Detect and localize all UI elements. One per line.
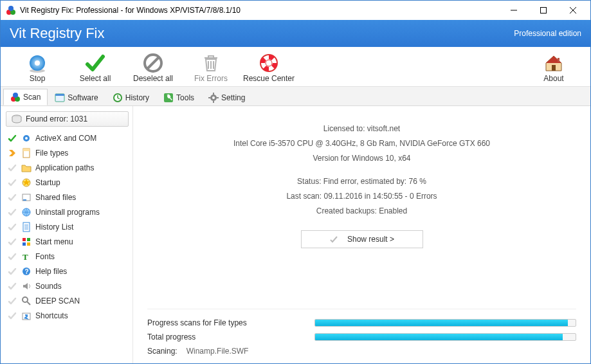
sidebar-item-help-files[interactable]: ?Help files <box>6 264 129 278</box>
svg-rect-22 <box>213 101 214 103</box>
sidebar-item-label: Sounds <box>35 282 62 291</box>
rescue-center-button[interactable]: Rescue Center <box>240 51 298 85</box>
sidebar-item-startup[interactable]: Startup <box>6 175 129 190</box>
sidebar-item-label: Fonts <box>35 252 55 261</box>
minimize-button[interactable] <box>499 1 529 20</box>
content-area: Licensed to: vitsoft.net Intel Core i5-3… <box>133 106 590 363</box>
show-result-label: Show result > <box>347 235 394 244</box>
shared-icon <box>21 192 32 203</box>
pending-state-icon <box>7 281 17 291</box>
history-icon <box>113 93 123 103</box>
tab-label: Tools <box>176 93 194 102</box>
done-state-icon <box>7 133 17 143</box>
historylist-icon <box>21 222 32 232</box>
sidebar-item-label: Start menu <box>35 237 73 246</box>
scanning-file: Winamp.File.SWF <box>186 347 249 356</box>
app-title: Vit Registry Fix <box>10 25 105 42</box>
folder-icon <box>21 163 32 173</box>
sidebar-item-deep-scan[interactable]: DEEP SCAN <box>6 293 129 308</box>
tab-setting[interactable]: Setting <box>201 89 252 105</box>
sidebar-item-fonts[interactable]: TFonts <box>6 249 129 264</box>
svg-rect-36 <box>23 242 26 246</box>
filetype-icon <box>21 148 32 158</box>
sidebar-item-shared-files[interactable]: Shared files <box>6 190 129 205</box>
progress-filetypes-label: Progress scans for File types <box>147 318 308 327</box>
checkmark-icon <box>85 53 105 73</box>
pending-state-icon <box>7 251 17 262</box>
shortcuts-icon <box>21 311 32 321</box>
progress-total-label: Total progress <box>147 332 308 341</box>
gear-icon <box>21 133 32 143</box>
found-error-label: Found error: 1031 <box>26 114 87 123</box>
sidebar-item-application-paths[interactable]: Application paths <box>6 160 129 175</box>
pending-state-icon <box>7 222 17 232</box>
progress-area: Progress scans for File types Total prog… <box>147 309 576 358</box>
sidebar-item-label: ActiveX and COM <box>35 134 96 143</box>
sidebar-item-sounds[interactable]: Sounds <box>6 278 129 293</box>
pending-state-icon <box>7 237 17 247</box>
tab-history[interactable]: History <box>105 89 156 105</box>
status-line: Status: Find error, estimated by: 76 % <box>147 174 576 189</box>
lifebuoy-icon <box>259 53 279 73</box>
main-area: Found error: 1031 ActiveX and COMFile ty… <box>1 106 590 363</box>
tab-software[interactable]: Software <box>48 89 105 105</box>
svg-rect-10 <box>552 65 556 71</box>
pending-state-icon <box>7 207 17 217</box>
pending-state-icon <box>7 177 17 188</box>
pending-state-icon <box>7 163 17 173</box>
svg-rect-3 <box>541 8 547 14</box>
stop-icon <box>27 53 48 73</box>
sidebar-item-start-menu[interactable]: Start menu <box>6 234 129 249</box>
svg-rect-35 <box>27 238 30 241</box>
svg-rect-21 <box>213 93 214 95</box>
sidebar-item-file-types[interactable]: File types <box>6 145 129 160</box>
pending-state-icon <box>7 296 17 306</box>
svg-point-41 <box>23 297 28 302</box>
svg-rect-23 <box>208 97 210 98</box>
deselect-all-button[interactable]: Deselect all <box>124 51 182 85</box>
pending-state-icon <box>7 266 17 277</box>
sidebar-item-label: File types <box>35 149 68 158</box>
svg-point-14 <box>13 93 18 98</box>
tabs-row: Scan Software History Tools Setting <box>1 86 590 106</box>
sidebar-item-label: Uninstall programs <box>35 208 100 217</box>
progress-total-bar <box>314 333 576 341</box>
startup-icon <box>21 177 32 188</box>
svg-rect-34 <box>23 238 26 241</box>
fonts-icon: T <box>21 251 32 262</box>
sidebar-item-uninstall-programs[interactable]: Uninstall programs <box>6 205 129 219</box>
sidebar-item-label: Help files <box>35 267 67 276</box>
select-all-button[interactable]: Select all <box>66 51 124 85</box>
toolbar: Stop Select all Deselect all Fix Errors … <box>1 47 590 86</box>
svg-point-20 <box>212 96 215 99</box>
window-title: Vit Registry Fix: Professional - for Win… <box>20 6 499 15</box>
deepscan-icon <box>21 296 32 306</box>
sidebar-item-history-list[interactable]: History List <box>6 219 129 234</box>
sidebar-item-shortcuts[interactable]: Shortcuts <box>6 308 129 323</box>
sidebar-item-label: History List <box>35 223 73 232</box>
tools-icon <box>163 93 174 103</box>
progress-filetypes-bar <box>314 319 576 327</box>
app-icon <box>6 5 16 15</box>
scan-list: ActiveX and COMFile typesApplication pat… <box>6 131 129 323</box>
sidebar-item-activex-and-com[interactable]: ActiveX and COM <box>6 131 129 145</box>
scanning-label: Scaning: <box>147 347 177 356</box>
scan-icon <box>10 92 21 102</box>
tab-label: Scan <box>23 93 41 102</box>
sidebar-item-label: Shortcuts <box>35 311 68 320</box>
header-bar: Vit Registry Fix Professional edition <box>1 20 590 47</box>
tab-scan[interactable]: Scan <box>3 89 48 105</box>
stop-button[interactable]: Stop <box>8 51 66 85</box>
svg-rect-37 <box>27 242 30 246</box>
sidebar-item-label: Application paths <box>35 163 94 172</box>
show-result-button[interactable]: Show result > <box>301 230 423 248</box>
about-button[interactable]: About <box>525 51 583 85</box>
found-error-box[interactable]: Found error: 1031 <box>6 111 129 127</box>
maximize-button[interactable] <box>529 1 558 20</box>
tab-tools[interactable]: Tools <box>156 89 201 105</box>
fix-errors-button: Fix Errors <box>182 51 240 85</box>
sidebar: Found error: 1031 ActiveX and COMFile ty… <box>1 106 133 363</box>
close-button[interactable] <box>558 1 588 20</box>
svg-rect-29 <box>23 149 30 151</box>
prohibit-icon <box>143 53 163 73</box>
